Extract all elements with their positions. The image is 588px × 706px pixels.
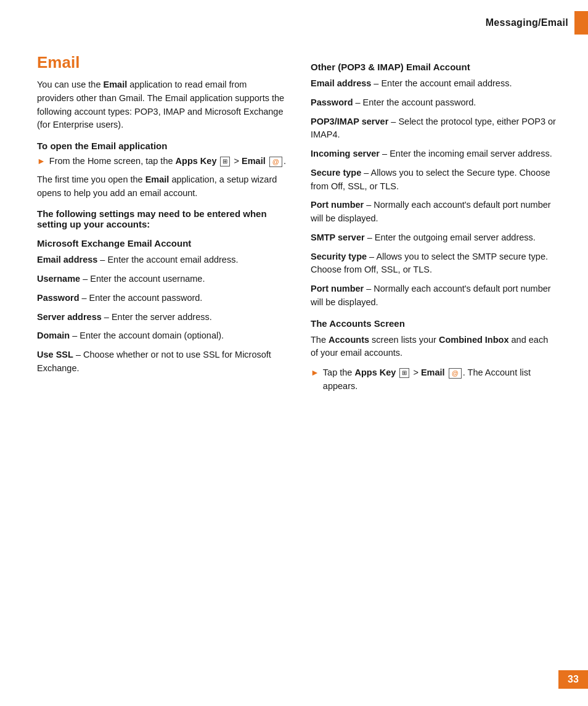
- email-at-icon: @: [269, 157, 282, 167]
- email-title: Email: [37, 53, 286, 72]
- accounts-desc: The Accounts screen lists your Combined …: [311, 334, 557, 361]
- ms-field-1-desc: – Enter the account username.: [83, 274, 205, 284]
- other-field-2: POP3/IMAP server – Select the protocol t…: [311, 115, 557, 142]
- other-field-0: Email address – Enter the account email …: [311, 77, 557, 91]
- apps-key-icon: ⊞: [220, 157, 230, 166]
- right-column: Other (POP3 & IMAP) Email Account Email …: [311, 53, 557, 398]
- other-field-1-term: Password: [311, 97, 353, 107]
- other-field-3: Incoming server – Enter the incoming ema…: [311, 147, 557, 161]
- arrow-icon: ►: [37, 156, 46, 166]
- other-field-6-desc: – Enter the outgoing email server addres…: [367, 232, 536, 242]
- other-field-1: Password – Enter the account password.: [311, 96, 557, 110]
- email-bold4: Email: [421, 367, 445, 377]
- other-field-6: SMTP server – Enter the outgoing email s…: [311, 231, 557, 245]
- ms-field-4-desc: – Enter the account domain (optional).: [72, 330, 224, 340]
- accounts-bold2: Combined Inbox: [439, 335, 509, 345]
- page-header: Messaging/Email: [0, 0, 588, 41]
- other-field-3-term: Incoming server: [311, 149, 380, 158]
- arrow-icon-2: ►: [311, 367, 319, 377]
- open-step-item: ► From the Home screen, tap the Apps Key…: [37, 155, 286, 168]
- ms-field-4: Domain – Enter the account domain (optio…: [37, 329, 286, 343]
- open-desc-paragraph: The first time you open the Email applic…: [37, 173, 286, 200]
- other-field-8-term: Port number: [311, 284, 364, 293]
- email-bold: Email: [104, 80, 128, 89]
- other-field-4: Secure type – Allows you to select the S…: [311, 166, 557, 194]
- other-field-1-desc: – Enter the account password.: [356, 97, 476, 107]
- email-bold2: Email: [242, 156, 266, 166]
- ms-field-2: Password – Enter the account password.: [37, 292, 286, 305]
- other-field-6-term: SMTP server: [311, 232, 365, 242]
- other-field-2-term: POP3/IMAP server: [311, 117, 388, 126]
- accounts-heading: The Accounts Screen: [311, 318, 557, 329]
- left-column: Email You can use the Email application …: [37, 53, 286, 398]
- open-heading: To open the Email application: [37, 141, 286, 151]
- orange-accent-bar: [574, 11, 588, 35]
- other-field-4-term: Secure type: [311, 168, 361, 178]
- ms-field-1-term: Username: [37, 274, 80, 284]
- main-content: Email You can use the Email application …: [0, 41, 588, 417]
- other-field-7: Security type – Allows you to select the…: [311, 250, 557, 277]
- ms-field-5-term: Use SSL: [37, 350, 73, 359]
- accounts-step-item: ► Tap the Apps Key ⊞ > Email @. The Acco…: [311, 366, 557, 393]
- page-number: 33: [558, 670, 588, 689]
- settings-heading: The following settings may need to be en…: [37, 208, 286, 229]
- other-field-7-term: Security type: [311, 252, 367, 261]
- open-step-text: From the Home screen, tap the Apps Key ⊞…: [49, 155, 286, 168]
- ms-field-0-term: Email address: [37, 255, 97, 265]
- apps-key-icon-2: ⊞: [399, 368, 409, 378]
- ms-field-5: Use SSL – Choose whether or not to use S…: [37, 348, 286, 376]
- ms-field-3: Server address – Enter the server addres…: [37, 311, 286, 324]
- header-title: Messaging/Email: [486, 17, 568, 28]
- other-field-0-term: Email address: [311, 78, 371, 88]
- other-field-5: Port number – Normally each account's de…: [311, 199, 557, 226]
- ms-field-3-desc: – Enter the server address.: [104, 312, 212, 322]
- apps-key-bold: Apps Key: [176, 156, 217, 166]
- other-field-5-term: Port number: [311, 200, 364, 210]
- intro-paragraph: You can use the Email application to rea…: [37, 78, 286, 132]
- page-footer: 33: [558, 670, 588, 689]
- ms-field-4-term: Domain: [37, 330, 70, 340]
- other-field-3-desc: – Enter the incoming email server addres…: [382, 149, 552, 158]
- email-bold3: Email: [145, 174, 169, 184]
- other-heading: Other (POP3 & IMAP) Email Account: [311, 62, 557, 72]
- ms-field-1: Username – Enter the account username.: [37, 273, 286, 286]
- ms-heading: Microsoft Exchange Email Account: [37, 238, 286, 248]
- ms-field-3-term: Server address: [37, 312, 102, 322]
- ms-field-2-term: Password: [37, 293, 80, 303]
- ms-field-0-desc: – Enter the account email address.: [100, 255, 238, 265]
- ms-field-0: Email address – Enter the account email …: [37, 253, 286, 267]
- accounts-step-text: Tap the Apps Key ⊞ > Email @. The Accoun…: [323, 366, 557, 393]
- email-at-icon-2: @: [449, 368, 462, 379]
- accounts-bold1: Accounts: [329, 335, 369, 345]
- other-field-8: Port number – Normally each account's de…: [311, 282, 557, 310]
- apps-key-bold2: Apps Key: [354, 367, 396, 377]
- ms-field-2-desc: – Enter the account password.: [82, 293, 203, 303]
- other-field-0-desc: – Enter the account email address.: [374, 78, 512, 88]
